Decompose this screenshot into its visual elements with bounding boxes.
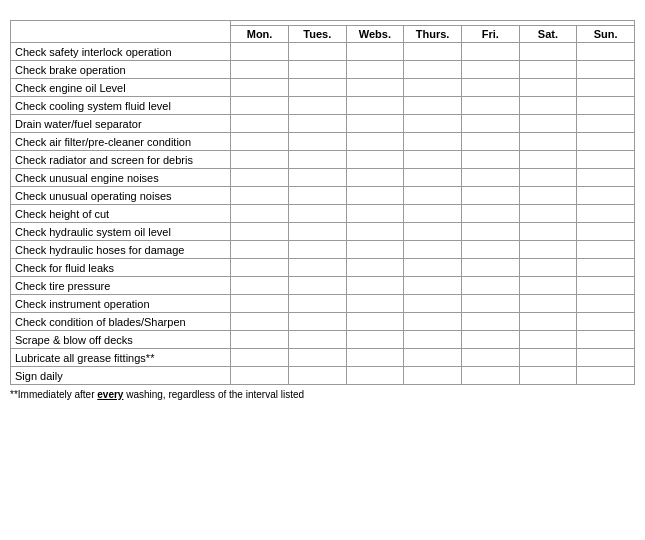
checkbox-cell[interactable]	[461, 187, 519, 205]
checkbox-cell[interactable]	[577, 295, 635, 313]
checkbox-cell[interactable]	[519, 151, 577, 169]
checkbox-cell[interactable]	[404, 187, 462, 205]
checkbox-cell[interactable]	[288, 115, 346, 133]
checkbox-cell[interactable]	[577, 79, 635, 97]
checkbox-cell[interactable]	[231, 133, 289, 151]
checkbox-cell[interactable]	[519, 223, 577, 241]
checkbox-cell[interactable]	[519, 79, 577, 97]
checkbox-cell[interactable]	[288, 367, 346, 385]
checkbox-cell[interactable]	[519, 367, 577, 385]
checkbox-cell[interactable]	[231, 115, 289, 133]
checkbox-cell[interactable]	[404, 169, 462, 187]
checkbox-cell[interactable]	[461, 241, 519, 259]
checkbox-cell[interactable]	[288, 259, 346, 277]
checkbox-cell[interactable]	[346, 79, 404, 97]
checkbox-cell[interactable]	[231, 205, 289, 223]
checkbox-cell[interactable]	[461, 169, 519, 187]
checkbox-cell[interactable]	[346, 349, 404, 367]
checkbox-cell[interactable]	[461, 115, 519, 133]
checkbox-cell[interactable]	[346, 331, 404, 349]
checkbox-cell[interactable]	[404, 277, 462, 295]
checkbox-cell[interactable]	[577, 61, 635, 79]
checkbox-cell[interactable]	[461, 223, 519, 241]
checkbox-cell[interactable]	[461, 151, 519, 169]
checkbox-cell[interactable]	[288, 241, 346, 259]
checkbox-cell[interactable]	[519, 115, 577, 133]
checkbox-cell[interactable]	[288, 349, 346, 367]
checkbox-cell[interactable]	[404, 331, 462, 349]
checkbox-cell[interactable]	[577, 187, 635, 205]
checkbox-cell[interactable]	[577, 151, 635, 169]
checkbox-cell[interactable]	[577, 223, 635, 241]
checkbox-cell[interactable]	[288, 295, 346, 313]
checkbox-cell[interactable]	[519, 259, 577, 277]
checkbox-cell[interactable]	[404, 367, 462, 385]
checkbox-cell[interactable]	[461, 259, 519, 277]
checkbox-cell[interactable]	[461, 295, 519, 313]
checkbox-cell[interactable]	[346, 313, 404, 331]
checkbox-cell[interactable]	[231, 313, 289, 331]
checkbox-cell[interactable]	[577, 349, 635, 367]
checkbox-cell[interactable]	[519, 277, 577, 295]
checkbox-cell[interactable]	[231, 241, 289, 259]
checkbox-cell[interactable]	[404, 97, 462, 115]
checkbox-cell[interactable]	[346, 43, 404, 61]
checkbox-cell[interactable]	[288, 43, 346, 61]
checkbox-cell[interactable]	[577, 115, 635, 133]
checkbox-cell[interactable]	[577, 43, 635, 61]
checkbox-cell[interactable]	[288, 277, 346, 295]
checkbox-cell[interactable]	[461, 43, 519, 61]
checkbox-cell[interactable]	[519, 295, 577, 313]
checkbox-cell[interactable]	[519, 43, 577, 61]
checkbox-cell[interactable]	[519, 331, 577, 349]
checkbox-cell[interactable]	[577, 259, 635, 277]
checkbox-cell[interactable]	[404, 43, 462, 61]
checkbox-cell[interactable]	[231, 151, 289, 169]
checkbox-cell[interactable]	[519, 205, 577, 223]
checkbox-cell[interactable]	[461, 61, 519, 79]
checkbox-cell[interactable]	[461, 367, 519, 385]
checkbox-cell[interactable]	[288, 205, 346, 223]
checkbox-cell[interactable]	[346, 367, 404, 385]
checkbox-cell[interactable]	[231, 169, 289, 187]
checkbox-cell[interactable]	[346, 151, 404, 169]
checkbox-cell[interactable]	[231, 259, 289, 277]
checkbox-cell[interactable]	[288, 97, 346, 115]
checkbox-cell[interactable]	[461, 313, 519, 331]
checkbox-cell[interactable]	[404, 61, 462, 79]
checkbox-cell[interactable]	[288, 133, 346, 151]
checkbox-cell[interactable]	[404, 223, 462, 241]
checkbox-cell[interactable]	[461, 205, 519, 223]
checkbox-cell[interactable]	[231, 367, 289, 385]
checkbox-cell[interactable]	[346, 169, 404, 187]
checkbox-cell[interactable]	[231, 277, 289, 295]
checkbox-cell[interactable]	[519, 187, 577, 205]
checkbox-cell[interactable]	[288, 151, 346, 169]
checkbox-cell[interactable]	[288, 169, 346, 187]
checkbox-cell[interactable]	[404, 259, 462, 277]
checkbox-cell[interactable]	[404, 241, 462, 259]
checkbox-cell[interactable]	[519, 241, 577, 259]
checkbox-cell[interactable]	[231, 331, 289, 349]
checkbox-cell[interactable]	[288, 313, 346, 331]
checkbox-cell[interactable]	[404, 295, 462, 313]
checkbox-cell[interactable]	[346, 241, 404, 259]
checkbox-cell[interactable]	[288, 61, 346, 79]
checkbox-cell[interactable]	[577, 331, 635, 349]
checkbox-cell[interactable]	[288, 79, 346, 97]
checkbox-cell[interactable]	[346, 115, 404, 133]
checkbox-cell[interactable]	[577, 205, 635, 223]
checkbox-cell[interactable]	[404, 79, 462, 97]
checkbox-cell[interactable]	[346, 97, 404, 115]
checkbox-cell[interactable]	[461, 97, 519, 115]
checkbox-cell[interactable]	[288, 223, 346, 241]
checkbox-cell[interactable]	[519, 169, 577, 187]
checkbox-cell[interactable]	[577, 97, 635, 115]
checkbox-cell[interactable]	[519, 97, 577, 115]
checkbox-cell[interactable]	[404, 313, 462, 331]
checkbox-cell[interactable]	[231, 223, 289, 241]
checkbox-cell[interactable]	[519, 133, 577, 151]
checkbox-cell[interactable]	[346, 295, 404, 313]
checkbox-cell[interactable]	[346, 259, 404, 277]
checkbox-cell[interactable]	[461, 331, 519, 349]
